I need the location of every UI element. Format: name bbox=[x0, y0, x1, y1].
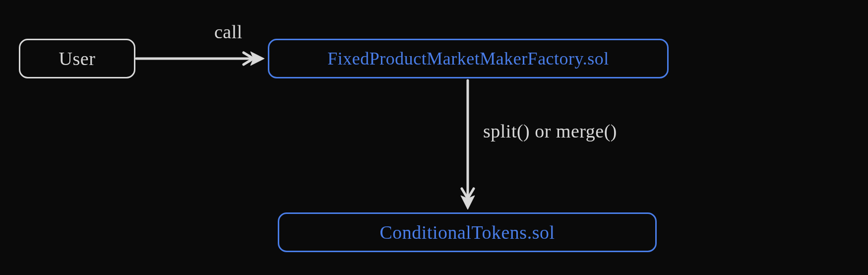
node-user: User bbox=[19, 39, 135, 78]
edge-label-split-merge: split() or merge() bbox=[483, 120, 617, 142]
node-user-label: User bbox=[59, 48, 96, 69]
node-conditional-label: ConditionalTokens.sol bbox=[379, 221, 555, 243]
node-factory-label: FixedProductMarketMakerFactory.sol bbox=[327, 48, 609, 69]
arrow-split-merge-icon bbox=[455, 78, 480, 215]
node-factory: FixedProductMarketMakerFactory.sol bbox=[268, 39, 669, 78]
diagram-canvas: User FixedProductMarketMakerFactory.sol … bbox=[0, 0, 868, 275]
edge-label-call: call bbox=[214, 21, 243, 43]
node-conditional: ConditionalTokens.sol bbox=[278, 212, 657, 252]
arrow-call-icon bbox=[135, 49, 269, 69]
